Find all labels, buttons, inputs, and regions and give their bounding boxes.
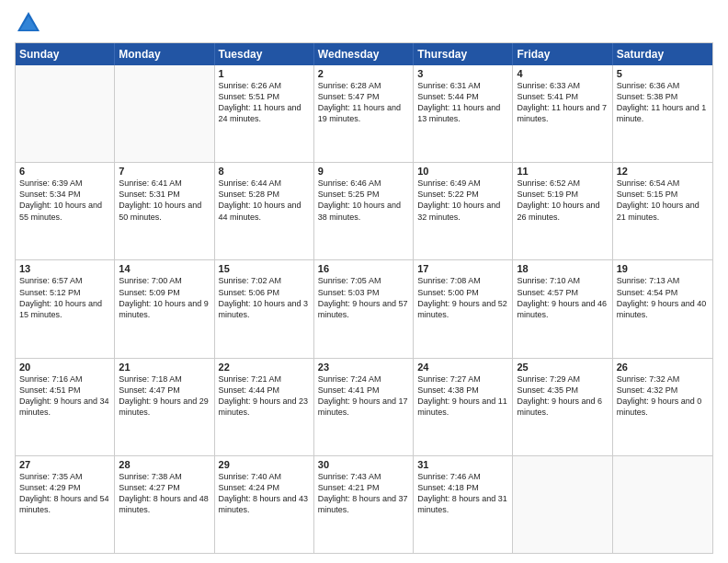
calendar-cell: 3Sunrise: 6:31 AM Sunset: 5:44 PM Daylig… bbox=[414, 65, 513, 162]
day-number: 12 bbox=[617, 166, 709, 177]
calendar-cell: 5Sunrise: 6:36 AM Sunset: 5:38 PM Daylig… bbox=[613, 65, 712, 162]
day-number: 3 bbox=[417, 68, 508, 79]
calendar-cell: 29Sunrise: 7:40 AM Sunset: 4:24 PM Dayli… bbox=[215, 456, 314, 553]
day-number: 17 bbox=[417, 263, 508, 274]
day-number: 19 bbox=[617, 263, 709, 274]
cell-info: Sunrise: 6:36 AM Sunset: 5:38 PM Dayligh… bbox=[617, 80, 709, 125]
header-day-friday: Friday bbox=[513, 43, 612, 65]
day-number: 22 bbox=[219, 362, 310, 373]
day-number: 21 bbox=[119, 362, 210, 373]
cell-info: Sunrise: 7:35 AM Sunset: 4:29 PM Dayligh… bbox=[19, 471, 110, 516]
day-number: 11 bbox=[517, 166, 608, 177]
calendar-cell: 7Sunrise: 6:41 AM Sunset: 5:31 PM Daylig… bbox=[115, 163, 214, 259]
calendar-cell: 18Sunrise: 7:10 AM Sunset: 4:57 PM Dayli… bbox=[513, 260, 612, 357]
day-number: 18 bbox=[517, 263, 608, 274]
calendar-cell: 21Sunrise: 7:18 AM Sunset: 4:47 PM Dayli… bbox=[115, 359, 214, 455]
calendar-cell: 30Sunrise: 7:43 AM Sunset: 4:21 PM Dayli… bbox=[314, 456, 414, 553]
calendar-cell: 17Sunrise: 7:08 AM Sunset: 5:00 PM Dayli… bbox=[414, 260, 513, 357]
header-day-tuesday: Tuesday bbox=[215, 43, 314, 65]
calendar-week-1: 1Sunrise: 6:26 AM Sunset: 5:51 PM Daylig… bbox=[16, 65, 712, 162]
cell-info: Sunrise: 6:44 AM Sunset: 5:28 PM Dayligh… bbox=[219, 178, 310, 223]
cell-info: Sunrise: 7:13 AM Sunset: 4:54 PM Dayligh… bbox=[617, 275, 709, 320]
cell-info: Sunrise: 7:18 AM Sunset: 4:47 PM Dayligh… bbox=[119, 373, 210, 419]
logo bbox=[15, 9, 46, 37]
calendar-cell: 25Sunrise: 7:29 AM Sunset: 4:35 PM Dayli… bbox=[513, 359, 612, 455]
day-number: 8 bbox=[219, 166, 310, 177]
day-number: 4 bbox=[517, 68, 608, 79]
calendar-body: 1Sunrise: 6:26 AM Sunset: 5:51 PM Daylig… bbox=[16, 65, 712, 553]
cell-info: Sunrise: 7:29 AM Sunset: 4:35 PM Dayligh… bbox=[517, 373, 608, 419]
calendar-cell bbox=[115, 65, 214, 162]
day-number: 7 bbox=[119, 166, 210, 177]
day-number: 6 bbox=[19, 166, 110, 177]
cell-info: Sunrise: 7:21 AM Sunset: 4:44 PM Dayligh… bbox=[219, 373, 310, 419]
header-day-wednesday: Wednesday bbox=[314, 43, 414, 65]
calendar-week-4: 20Sunrise: 7:16 AM Sunset: 4:51 PM Dayli… bbox=[16, 358, 712, 455]
day-number: 10 bbox=[417, 166, 508, 177]
header-day-saturday: Saturday bbox=[613, 43, 712, 65]
calendar-cell: 6Sunrise: 6:39 AM Sunset: 5:34 PM Daylig… bbox=[16, 163, 115, 259]
day-number: 5 bbox=[617, 68, 709, 79]
calendar-cell: 31Sunrise: 7:46 AM Sunset: 4:18 PM Dayli… bbox=[414, 456, 513, 553]
header-day-sunday: Sunday bbox=[16, 43, 115, 65]
calendar-cell: 10Sunrise: 6:49 AM Sunset: 5:22 PM Dayli… bbox=[414, 163, 513, 259]
day-number: 25 bbox=[517, 362, 608, 373]
cell-info: Sunrise: 7:08 AM Sunset: 5:00 PM Dayligh… bbox=[417, 275, 508, 320]
cell-info: Sunrise: 6:52 AM Sunset: 5:19 PM Dayligh… bbox=[517, 178, 608, 223]
calendar-week-2: 6Sunrise: 6:39 AM Sunset: 5:34 PM Daylig… bbox=[16, 162, 712, 259]
calendar-cell: 9Sunrise: 6:46 AM Sunset: 5:25 PM Daylig… bbox=[314, 163, 414, 259]
cell-info: Sunrise: 6:49 AM Sunset: 5:22 PM Dayligh… bbox=[417, 178, 508, 223]
day-number: 28 bbox=[119, 459, 210, 470]
cell-info: Sunrise: 6:41 AM Sunset: 5:31 PM Dayligh… bbox=[119, 178, 210, 223]
cell-info: Sunrise: 6:57 AM Sunset: 5:12 PM Dayligh… bbox=[19, 275, 110, 320]
calendar-cell: 15Sunrise: 7:02 AM Sunset: 5:06 PM Dayli… bbox=[215, 260, 314, 357]
cell-info: Sunrise: 6:46 AM Sunset: 5:25 PM Dayligh… bbox=[318, 178, 409, 223]
cell-info: Sunrise: 7:43 AM Sunset: 4:21 PM Dayligh… bbox=[318, 471, 409, 516]
cell-info: Sunrise: 6:33 AM Sunset: 5:41 PM Dayligh… bbox=[517, 80, 608, 125]
cell-info: Sunrise: 7:05 AM Sunset: 5:03 PM Dayligh… bbox=[318, 275, 409, 320]
cell-info: Sunrise: 6:26 AM Sunset: 5:51 PM Dayligh… bbox=[219, 80, 310, 125]
cell-info: Sunrise: 7:46 AM Sunset: 4:18 PM Dayligh… bbox=[417, 471, 508, 516]
cell-info: Sunrise: 7:16 AM Sunset: 4:51 PM Dayligh… bbox=[19, 373, 110, 419]
calendar-cell: 4Sunrise: 6:33 AM Sunset: 5:41 PM Daylig… bbox=[513, 65, 612, 162]
cell-info: Sunrise: 7:10 AM Sunset: 4:57 PM Dayligh… bbox=[517, 275, 608, 320]
header-day-thursday: Thursday bbox=[414, 43, 513, 65]
calendar-week-5: 27Sunrise: 7:35 AM Sunset: 4:29 PM Dayli… bbox=[16, 455, 712, 553]
calendar-cell: 28Sunrise: 7:38 AM Sunset: 4:27 PM Dayli… bbox=[115, 456, 214, 553]
cell-info: Sunrise: 6:39 AM Sunset: 5:34 PM Dayligh… bbox=[19, 178, 110, 223]
logo-icon bbox=[15, 9, 42, 37]
cell-info: Sunrise: 7:38 AM Sunset: 4:27 PM Dayligh… bbox=[119, 471, 210, 516]
day-number: 9 bbox=[318, 166, 409, 177]
calendar-cell: 27Sunrise: 7:35 AM Sunset: 4:29 PM Dayli… bbox=[16, 456, 115, 553]
cell-info: Sunrise: 7:02 AM Sunset: 5:06 PM Dayligh… bbox=[219, 275, 310, 320]
calendar-cell bbox=[16, 65, 115, 162]
day-number: 1 bbox=[219, 68, 310, 79]
calendar-cell: 26Sunrise: 7:32 AM Sunset: 4:32 PM Dayli… bbox=[613, 359, 712, 455]
cell-info: Sunrise: 7:27 AM Sunset: 4:38 PM Dayligh… bbox=[417, 373, 508, 419]
calendar-cell: 11Sunrise: 6:52 AM Sunset: 5:19 PM Dayli… bbox=[513, 163, 612, 259]
day-number: 13 bbox=[19, 263, 110, 274]
calendar-cell: 12Sunrise: 6:54 AM Sunset: 5:15 PM Dayli… bbox=[613, 163, 712, 259]
day-number: 29 bbox=[219, 459, 310, 470]
calendar-cell: 23Sunrise: 7:24 AM Sunset: 4:41 PM Dayli… bbox=[314, 359, 414, 455]
cell-info: Sunrise: 7:32 AM Sunset: 4:32 PM Dayligh… bbox=[617, 373, 709, 419]
calendar-cell: 22Sunrise: 7:21 AM Sunset: 4:44 PM Dayli… bbox=[215, 359, 314, 455]
cell-info: Sunrise: 7:40 AM Sunset: 4:24 PM Dayligh… bbox=[219, 471, 310, 516]
cell-info: Sunrise: 7:24 AM Sunset: 4:41 PM Dayligh… bbox=[318, 373, 409, 419]
cell-info: Sunrise: 6:28 AM Sunset: 5:47 PM Dayligh… bbox=[318, 80, 409, 125]
day-number: 27 bbox=[19, 459, 110, 470]
day-number: 20 bbox=[19, 362, 110, 373]
day-number: 24 bbox=[417, 362, 508, 373]
calendar-cell: 2Sunrise: 6:28 AM Sunset: 5:47 PM Daylig… bbox=[314, 65, 414, 162]
cell-info: Sunrise: 6:31 AM Sunset: 5:44 PM Dayligh… bbox=[417, 80, 508, 125]
calendar-header: SundayMondayTuesdayWednesdayThursdayFrid… bbox=[16, 43, 712, 65]
calendar-cell bbox=[613, 456, 712, 553]
header-day-monday: Monday bbox=[115, 43, 214, 65]
calendar-cell: 8Sunrise: 6:44 AM Sunset: 5:28 PM Daylig… bbox=[215, 163, 314, 259]
calendar-cell: 20Sunrise: 7:16 AM Sunset: 4:51 PM Dayli… bbox=[16, 359, 115, 455]
header bbox=[15, 9, 713, 37]
day-number: 16 bbox=[318, 263, 409, 274]
calendar-cell bbox=[513, 456, 612, 553]
calendar-cell: 1Sunrise: 6:26 AM Sunset: 5:51 PM Daylig… bbox=[215, 65, 314, 162]
day-number: 2 bbox=[318, 68, 409, 79]
